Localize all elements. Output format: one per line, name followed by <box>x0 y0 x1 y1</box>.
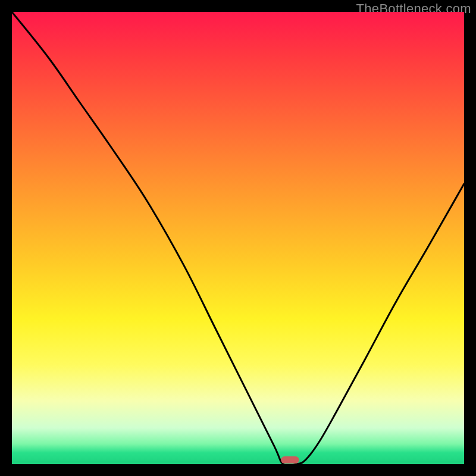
optimal-marker <box>281 456 299 464</box>
chart-frame: TheBottleneck.com <box>0 0 476 476</box>
gradient-background <box>12 12 464 464</box>
baseline-strip <box>12 461 464 464</box>
plot-area <box>12 12 464 464</box>
chart-svg <box>12 12 464 464</box>
